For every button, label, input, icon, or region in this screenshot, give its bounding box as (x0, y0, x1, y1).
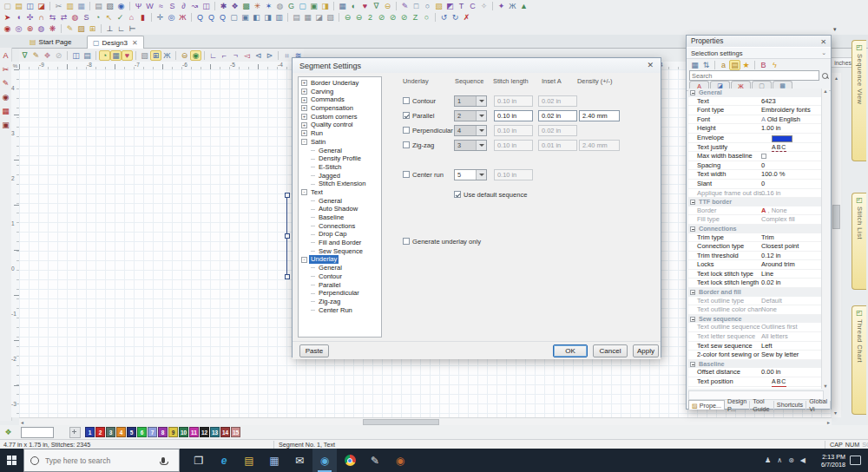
toolbar-icon[interactable]: C (467, 1, 478, 11)
envelope-color-bar[interactable] (772, 135, 792, 142)
tree-item-satin[interactable]: -Satin (299, 138, 381, 147)
tray-icon[interactable]: ♟ (765, 456, 771, 464)
collapse-icon[interactable] (690, 317, 695, 322)
property-row-fill-type[interactable]: Fill typeComplex fill (688, 215, 824, 225)
toolbar-icon[interactable]: ⊖ (342, 12, 353, 23)
toolbar-icon[interactable]: ⊖ (382, 1, 393, 11)
toolbar-icon[interactable]: ⊲ (253, 50, 264, 61)
left-tool-icon[interactable]: ◉ (0, 92, 11, 102)
toolbar-icon[interactable]: Z (410, 12, 421, 23)
tree-item-connections[interactable]: Connections (299, 222, 381, 231)
dropdown-icon[interactable] (476, 126, 486, 135)
property-row-trim-type[interactable]: Trim typeTrim (688, 233, 824, 243)
toolbar-icon[interactable]: ✎ (64, 23, 76, 34)
tree-item-general[interactable]: General (299, 264, 381, 272)
property-grid-scrollbar[interactable]: ▲▼ (821, 88, 829, 389)
property-row-connection-type[interactable]: Connection typeClosest point (688, 242, 824, 252)
section-header-connections[interactable]: Connections (688, 225, 824, 233)
palette-chip-13[interactable]: 13 (210, 427, 220, 437)
properties-toolbar-icon[interactable]: B (758, 60, 769, 70)
property-value[interactable]: Closest point (761, 242, 799, 251)
palette-chip-10[interactable]: 10 (179, 427, 188, 437)
expand-icon[interactable]: + (301, 105, 307, 111)
toolbar-icon[interactable]: 2 (365, 12, 376, 23)
canvas-vscrollbar[interactable]: ▴ ▾ (832, 73, 841, 417)
toolbar-icon[interactable]: G (286, 1, 297, 11)
properties-toolbar-icon[interactable]: ⇅ (700, 60, 712, 70)
flyout-tab-sequence-view[interactable]: ◰Sequence View (852, 40, 866, 161)
property-value[interactable]: A , None (761, 206, 787, 215)
property-row-2-color-font-sewing-or[interactable]: 2-color font sewing orSew by letter (688, 351, 824, 360)
palette-chip-15[interactable]: 15 (231, 427, 240, 437)
property-value[interactable]: 0.12 in (761, 252, 781, 260)
toolbar-icon[interactable]: ▧ (104, 1, 115, 11)
section-header-baseline[interactable]: Baseline (688, 360, 824, 369)
flyout-tab-thread-chart[interactable]: ◰Thread Chart (852, 305, 866, 415)
property-value[interactable]: 0 (761, 180, 765, 188)
scroll-right-icon[interactable]: ▸ (827, 419, 830, 425)
text-justify-icon[interactable]: ABC (772, 143, 786, 153)
tree-item-stitch-extension[interactable]: Stitch Extension (299, 180, 381, 188)
property-value[interactable]: Around trim (761, 260, 795, 269)
left-tool-icon[interactable]: ▦ (0, 106, 11, 116)
property-value[interactable]: 0.16 in (761, 189, 781, 198)
collapse-icon[interactable] (690, 226, 695, 232)
toolbar-icon[interactable]: ▦ (110, 50, 122, 61)
property-row-text-outline-sequence[interactable]: Text outline sequenceOutlines first (688, 323, 824, 332)
expand-icon[interactable]: + (301, 88, 307, 95)
tray-icon[interactable]: ⊛ (788, 456, 794, 464)
tree-item-drop-cap[interactable]: Drop Cap (299, 230, 381, 239)
left-tool-icon[interactable]: ▣ (0, 120, 11, 130)
toolbar-icon[interactable]: ♥ (359, 1, 371, 11)
flyout-tab-stitch-list[interactable]: ◰Stitch List (852, 193, 866, 290)
property-value[interactable]: Outlines first (761, 323, 798, 331)
toolbar-icon[interactable]: ◫ (201, 1, 212, 11)
tree-item-perpendicular[interactable]: Perpendicular (299, 289, 381, 298)
property-row-text-lock-stitch-type[interactable]: Text lock stitch typeLine (688, 270, 824, 279)
toolbar-icon[interactable]: ▢ (228, 12, 240, 23)
expand-icon[interactable]: + (301, 130, 307, 136)
tree-item-jagged[interactable]: Jagged (299, 172, 381, 180)
toolbar-icon[interactable]: ◨ (319, 1, 331, 11)
sequence-combo[interactable]: 2 (454, 110, 487, 121)
toolbar-icon[interactable]: ◍ (274, 1, 286, 11)
toolbar-icon[interactable]: ▥ (273, 12, 285, 23)
toolbar-icon[interactable]: ⇆ (47, 12, 58, 23)
property-value[interactable]: Trim (761, 233, 774, 242)
property-value[interactable]: Embroidery fonts (761, 106, 811, 115)
dropdown-icon[interactable] (476, 141, 486, 150)
tree-item-commands[interactable]: +Commands (299, 95, 381, 104)
panel-tab-tool-guide[interactable]: Tool Guide (750, 401, 774, 410)
palette-chip-1[interactable]: 1 (85, 427, 95, 437)
expand-icon[interactable]: + (301, 114, 307, 120)
toolbar-icon[interactable]: ◔ (99, 50, 110, 61)
selection-handle[interactable] (285, 233, 290, 239)
start-button[interactable] (0, 449, 23, 472)
property-row-base-curve-type[interactable]: Base curve type (688, 387, 824, 389)
property-row-text-letter-sequence[interactable]: Text letter sequenceAll letters (688, 332, 824, 342)
toolbar-icon[interactable]: ◅ (241, 50, 253, 61)
collapse-icon[interactable]: - (301, 257, 307, 263)
toolbar-icon[interactable]: ∇ (371, 1, 382, 11)
toolbar-icon[interactable]: ⊘ (398, 12, 410, 23)
palette-chip-7[interactable]: 7 (148, 427, 157, 437)
panel-tab-prope[interactable]: ▨Prope... (688, 400, 725, 410)
toolbar-icon[interactable]: W (144, 1, 155, 11)
toolbar-icon[interactable]: ∇ (19, 50, 30, 61)
toolbar-icon[interactable]: Ж (177, 12, 188, 23)
selection-handle[interactable] (285, 193, 290, 198)
apply-button[interactable]: Apply (633, 344, 659, 357)
toolbar-icon[interactable]: ▨ (76, 23, 87, 34)
toolbar-icon[interactable]: Ж (161, 50, 173, 61)
property-row-text-lock-stitch-length[interactable]: Text lock stitch length0.02 in (688, 279, 824, 288)
toolbar-icon[interactable]: ◪ (313, 12, 325, 23)
toolbar-icon[interactable]: ↖ (103, 12, 115, 23)
toolbar-icon[interactable]: ⊳ (264, 50, 275, 61)
property-value[interactable]: All letters (761, 332, 788, 341)
tray-icon[interactable]: ∧ (777, 456, 782, 464)
toolbar-icon[interactable]: ◎ (166, 12, 177, 23)
toolbar-icon[interactable]: ⊘ (376, 12, 387, 23)
property-row-text-width[interactable]: Text width100.0 % (688, 170, 824, 180)
sequence-combo[interactable]: 5 (454, 169, 487, 180)
zig-zag-checkbox[interactable] (403, 141, 410, 148)
